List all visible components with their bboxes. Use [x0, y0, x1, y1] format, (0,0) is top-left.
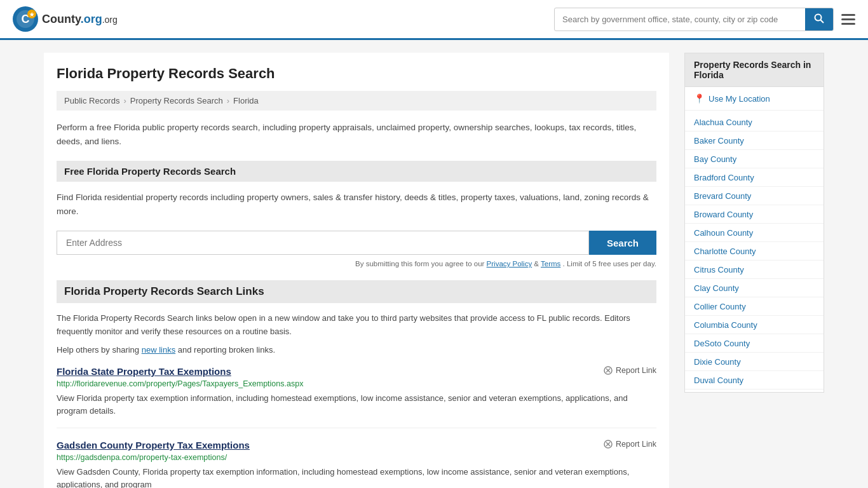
- sidebar-county-link-3[interactable]: Bradford County: [694, 173, 754, 182]
- use-my-location[interactable]: 📍 Use My Location: [685, 87, 824, 111]
- svg-point-5: [815, 14, 822, 20]
- svg-text:★: ★: [29, 11, 35, 18]
- logo-icon: C ★: [13, 6, 38, 32]
- record-url-1[interactable]: https://gadsdenpa.com/property-tax-exemp…: [57, 453, 656, 462]
- privacy-policy-link[interactable]: Privacy Policy: [487, 260, 532, 268]
- sidebar-county-2: Bay County: [685, 150, 824, 168]
- sidebar-county-4: Brevard County: [685, 187, 824, 205]
- sidebar-county-link-7[interactable]: Charlotte County: [694, 247, 756, 256]
- new-links-link[interactable]: new links: [142, 345, 175, 355]
- global-search-button[interactable]: [805, 8, 833, 30]
- hamburger-menu[interactable]: [841, 14, 855, 25]
- sidebar: Property Records Search in Florida 📍 Use…: [684, 53, 824, 488]
- breadcrumb-public-records[interactable]: Public Records: [64, 96, 119, 105]
- terms-link[interactable]: Terms: [541, 260, 560, 268]
- sidebar-county-8: Citrus County: [685, 261, 824, 279]
- sidebar-county-link-10[interactable]: Collier County: [694, 302, 746, 311]
- record-link-1: Gadsden County Property Tax Exemptions R…: [57, 440, 656, 488]
- page-title: Florida Property Records Search: [57, 65, 656, 82]
- sidebar-county-12: DeSoto County: [685, 334, 824, 353]
- main-description: Perform a free Florida public property r…: [57, 121, 656, 148]
- sidebar-county-13: Dixie County: [685, 353, 824, 371]
- record-desc-0: View Florida property tax exemption info…: [57, 392, 656, 417]
- report-link-btn-0[interactable]: Report Link: [604, 366, 656, 375]
- header-right: [554, 8, 855, 31]
- record-title-0[interactable]: Florida State Property Tax Exemptions: [57, 366, 231, 377]
- global-search-bar: [554, 8, 834, 31]
- global-search-input[interactable]: [555, 10, 805, 29]
- sidebar-county-link-2[interactable]: Bay County: [694, 154, 736, 164]
- sidebar-county-link-13[interactable]: Dixie County: [694, 357, 741, 367]
- sidebar-box: Property Records Search in Florida 📍 Use…: [684, 53, 824, 393]
- sidebar-county-link-9[interactable]: Clay County: [694, 283, 739, 293]
- location-icon: 📍: [694, 93, 705, 104]
- sidebar-title: Property Records Search in Florida: [685, 53, 824, 87]
- sidebar-county-link-8[interactable]: Citrus County: [694, 265, 744, 274]
- address-search-row: Search: [57, 231, 656, 255]
- free-search-description: Find Florida residential property record…: [57, 191, 656, 218]
- record-url-0[interactable]: http://floridarevenue.com/property/Pages…: [57, 379, 656, 388]
- logo[interactable]: C ★ County.org.org: [13, 6, 118, 32]
- record-title-1[interactable]: Gadsden County Property Tax Exemptions: [57, 440, 250, 451]
- main-content: Florida Property Records Search Public R…: [44, 53, 669, 488]
- record-link-0: Florida State Property Tax Exemptions Re…: [57, 366, 656, 428]
- page-container: Florida Property Records Search Public R…: [34, 40, 834, 488]
- sidebar-county-link-6[interactable]: Calhoun County: [694, 228, 753, 238]
- report-link-btn-1[interactable]: Report Link: [604, 440, 656, 449]
- address-search-button[interactable]: Search: [589, 231, 656, 255]
- links-section-header: Florida Property Records Search Links: [57, 280, 656, 303]
- sidebar-county-link-12[interactable]: DeSoto County: [694, 339, 750, 348]
- report-icon-0: [604, 366, 613, 375]
- links-description: The Florida Property Records Search link…: [57, 312, 656, 339]
- sidebar-county-link-4[interactable]: Brevard County: [694, 191, 751, 201]
- address-input[interactable]: [57, 231, 589, 255]
- sidebar-county-3: Bradford County: [685, 168, 824, 187]
- search-icon: [814, 13, 824, 24]
- record-desc-1: View Gadsden County, Florida property ta…: [57, 466, 656, 488]
- logo-text: County.org.org: [42, 13, 118, 26]
- sidebar-county-14: Duval County: [685, 371, 824, 390]
- breadcrumb-current: Florida: [233, 96, 259, 105]
- sidebar-county-1: Baker County: [685, 132, 824, 150]
- sidebar-county-0: Alachua County: [685, 113, 824, 132]
- sidebar-county-7: Charlotte County: [685, 242, 824, 261]
- sidebar-county-10: Collier County: [685, 297, 824, 316]
- sidebar-county-9: Clay County: [685, 279, 824, 297]
- use-my-location-link[interactable]: Use My Location: [709, 94, 770, 104]
- form-note: By submitting this form you agree to our…: [57, 260, 656, 268]
- sidebar-county-link-11[interactable]: Columbia County: [694, 320, 757, 330]
- sidebar-counties-list: Alachua CountyBaker CountyBay CountyBrad…: [685, 111, 824, 392]
- sidebar-county-6: Calhoun County: [685, 224, 824, 242]
- breadcrumb-property-records-search[interactable]: Property Records Search: [130, 96, 223, 105]
- sidebar-county-link-14[interactable]: Duval County: [694, 376, 743, 385]
- sidebar-county-5: Broward County: [685, 205, 824, 224]
- svg-line-6: [821, 20, 824, 23]
- breadcrumb: Public Records › Property Records Search…: [57, 91, 656, 111]
- sharing-note: Help others by sharing new links and rep…: [57, 345, 656, 355]
- free-search-header: Free Florida Property Records Search: [57, 161, 656, 182]
- sidebar-county-11: Columbia County: [685, 316, 824, 334]
- site-header: C ★ County.org.org: [0, 0, 868, 40]
- report-icon-1: [604, 440, 613, 449]
- sidebar-county-link-5[interactable]: Broward County: [694, 210, 753, 219]
- sidebar-county-link-0[interactable]: Alachua County: [694, 118, 752, 127]
- sidebar-county-link-1[interactable]: Baker County: [694, 136, 744, 146]
